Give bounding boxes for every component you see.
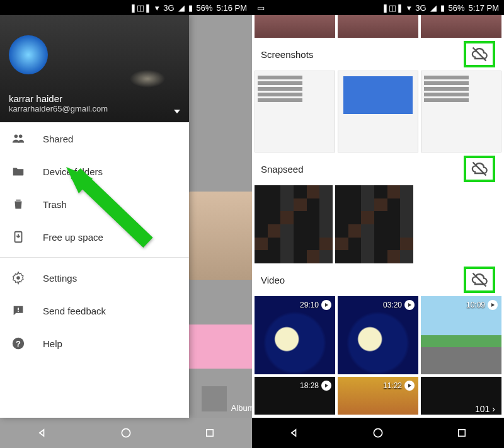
- screenshot-thumbnail[interactable]: [255, 71, 335, 152]
- svg-text:?: ?: [16, 339, 21, 348]
- photo-thumbnail[interactable]: [421, 15, 501, 38]
- photo-thumbnail[interactable]: [255, 185, 333, 263]
- cover-image: [94, 56, 170, 94]
- menu-send-feedback[interactable]: Send feedback: [0, 294, 189, 327]
- photo-thumbnail[interactable]: [255, 15, 335, 38]
- menu-label: Help: [43, 338, 62, 349]
- cloud-off-icon: [471, 271, 488, 289]
- svg-rect-5: [18, 311, 19, 312]
- play-icon: [488, 300, 498, 310]
- status-bar: ▭ ❚◫❚ ▾ 3G ◢ ▮ 56% 5:17 PM: [252, 0, 504, 15]
- system-nav-bar: [252, 418, 504, 448]
- section-header-snapseed[interactable]: Snapseed: [252, 152, 504, 185]
- photo-thumbnail[interactable]: [335, 185, 413, 263]
- menu-label: Trash: [43, 199, 67, 210]
- top-thumbnail-row: [252, 15, 504, 38]
- menu-help[interactable]: ? Help: [0, 327, 189, 360]
- clock: 5:16 PM: [217, 3, 247, 13]
- video-duration: 10:09: [466, 301, 485, 309]
- svg-point-0: [14, 135, 18, 139]
- network-label: 3G: [163, 3, 174, 13]
- account-dropdown-icon[interactable]: [174, 110, 180, 113]
- vibrate-icon: ❚◫❚: [382, 3, 403, 13]
- menu-shared[interactable]: Shared: [0, 122, 189, 155]
- section-title: Screenshots: [261, 49, 464, 60]
- svg-rect-15: [459, 430, 466, 437]
- backup-toggle[interactable]: [464, 41, 495, 67]
- section-title: Snapseed: [261, 164, 464, 175]
- video-thumbnail[interactable]: 03:20: [338, 296, 418, 374]
- screenshot-thumbnail[interactable]: [338, 71, 418, 152]
- wifi-icon: ▾: [407, 3, 411, 13]
- status-bar: ❚◫❚ ▾ 3G ◢ ▮ 56% 5:16 PM: [0, 0, 252, 15]
- video-duration: 11:22: [383, 381, 402, 390]
- signal-icon: ◢: [430, 3, 437, 13]
- help-icon: ?: [11, 336, 25, 350]
- albums-icon: [202, 386, 227, 411]
- video-thumbnail[interactable]: 10:09: [421, 296, 501, 374]
- menu-label: Shared: [43, 134, 73, 144]
- video-thumbnail[interactable]: 11:22: [338, 377, 418, 415]
- section-header-video[interactable]: Video: [252, 263, 504, 296]
- drawer-scrim[interactable]: Albums: [189, 15, 252, 418]
- play-icon: [404, 300, 415, 310]
- recents-button[interactable]: [454, 425, 469, 440]
- svg-rect-4: [18, 307, 19, 310]
- screenshot-thumbnail[interactable]: [421, 71, 501, 152]
- battery-icon: ▮: [440, 3, 445, 13]
- free-up-icon: [11, 230, 25, 244]
- account-name: karrar haider: [9, 93, 180, 104]
- svg-point-1: [19, 135, 22, 139]
- background-album-tile: [189, 325, 252, 369]
- network-label: 3G: [415, 3, 426, 13]
- play-icon: [321, 381, 331, 391]
- backup-toggle[interactable]: [464, 156, 495, 182]
- menu-settings[interactable]: Settings: [0, 261, 189, 294]
- section-title: Video: [261, 275, 464, 285]
- image-notification-icon: ▭: [257, 3, 265, 13]
- battery-label: 56%: [197, 3, 213, 13]
- video-duration: 03:20: [383, 301, 402, 309]
- svg-point-9: [122, 428, 130, 437]
- albums-tab-label: Albums: [231, 403, 252, 413]
- video-thumbnail[interactable]: 18:28: [255, 377, 335, 415]
- folder-icon: [11, 164, 25, 178]
- trash-icon: [11, 197, 25, 211]
- account-email: karrarhaider65@gmail.com: [9, 104, 180, 113]
- system-nav-bar: [0, 418, 252, 448]
- svg-rect-10: [207, 430, 214, 437]
- svg-point-14: [374, 428, 382, 437]
- people-icon: [11, 132, 25, 146]
- video-thumbnail[interactable]: 29:10: [255, 296, 335, 374]
- play-icon: [321, 300, 331, 310]
- battery-label: 56%: [449, 3, 465, 13]
- video-duration: 29:10: [300, 301, 319, 309]
- play-icon: [404, 381, 415, 391]
- battery-icon: ▮: [188, 3, 193, 13]
- back-button[interactable]: [287, 425, 302, 440]
- signal-icon: ◢: [178, 3, 185, 13]
- wifi-icon: ▾: [155, 3, 159, 13]
- gear-icon: [11, 271, 25, 285]
- chevron-right-icon: ›: [492, 404, 495, 414]
- video-duration: 18:28: [300, 381, 319, 390]
- cloud-off-icon: [471, 45, 488, 63]
- annotation-arrow: [66, 167, 161, 264]
- scroll-page-indicator: 101›: [475, 404, 495, 414]
- backup-toggle[interactable]: [464, 267, 495, 293]
- clock: 5:17 PM: [469, 3, 499, 13]
- home-button[interactable]: [370, 425, 386, 440]
- svg-point-3: [16, 276, 20, 280]
- account-header[interactable]: karrar haider karrarhaider65@gmail.com: [0, 15, 189, 122]
- section-header-screenshots[interactable]: Screenshots: [252, 38, 504, 71]
- home-button[interactable]: [118, 425, 134, 440]
- cloud-off-icon: [471, 160, 488, 178]
- avatar: [9, 35, 48, 74]
- vibrate-icon: ❚◫❚: [130, 3, 151, 13]
- recents-button[interactable]: [202, 425, 217, 440]
- menu-label: Send feedback: [43, 306, 106, 316]
- back-button[interactable]: [35, 425, 50, 440]
- menu-label: Settings: [43, 273, 77, 284]
- photo-thumbnail[interactable]: [338, 15, 418, 38]
- feedback-icon: [11, 304, 25, 318]
